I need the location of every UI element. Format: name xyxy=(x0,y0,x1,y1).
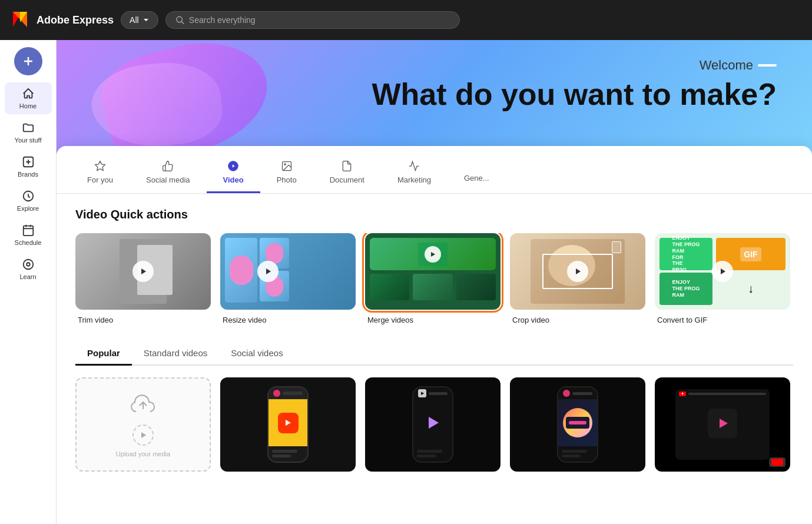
qa-label-convert-gif: Convert to GIF xyxy=(655,316,707,324)
main-content: Welcome What do you want to make? For yo… xyxy=(57,40,812,524)
yt-icon xyxy=(681,392,684,395)
create-button[interactable] xyxy=(14,47,42,75)
qa-thumb-resize-video xyxy=(220,233,356,310)
qa-card-merge-videos[interactable]: Merge videos xyxy=(365,233,501,324)
svg-rect-10 xyxy=(23,226,33,236)
video-icon xyxy=(227,160,239,172)
svg-marker-24 xyxy=(576,268,581,274)
filter-label: All xyxy=(130,15,139,25)
learn-icon xyxy=(22,258,35,271)
hero-welcome: Welcome xyxy=(372,58,777,73)
template-card-1[interactable] xyxy=(220,377,356,472)
svg-point-14 xyxy=(23,260,33,270)
sub-tabs: Popular Standard videos Social videos xyxy=(75,343,793,366)
sidebar-item-explore[interactable]: Explore xyxy=(5,185,52,217)
play-upload-icon xyxy=(138,430,148,440)
explore-icon xyxy=(22,190,35,203)
qa-label-merge-videos: Merge videos xyxy=(365,316,413,324)
svg-line-5 xyxy=(181,22,184,24)
sidebar-label-explore: Explore xyxy=(17,205,39,212)
tiktok-play-icon xyxy=(424,414,442,432)
hero-banner: Welcome What do you want to make? xyxy=(57,40,812,164)
document-icon xyxy=(341,160,353,172)
hero-text-area: Welcome What do you want to make? xyxy=(372,58,777,111)
sidebar-label-brands: Brands xyxy=(18,171,38,178)
svg-marker-21 xyxy=(141,268,146,274)
svg-marker-27 xyxy=(286,420,291,426)
home-icon xyxy=(22,87,35,100)
sidebar-label-home: Home xyxy=(19,102,37,110)
chevron-down-icon xyxy=(142,16,150,24)
sidebar-label-learn: Learn xyxy=(19,273,36,280)
app-title: Adobe Express xyxy=(37,14,114,26)
play-icon-resize xyxy=(257,261,279,282)
sidebar: Home Your stuff Brands Explore xyxy=(0,40,57,524)
quick-actions-title: Video Quick actions xyxy=(75,208,793,221)
tab-photo[interactable]: Photo xyxy=(260,155,313,193)
marketing-icon xyxy=(408,160,420,172)
folder-icon xyxy=(22,121,35,134)
filter-dropdown[interactable]: All xyxy=(121,11,158,29)
sidebar-item-your-stuff[interactable]: Your stuff xyxy=(5,117,52,148)
sub-tab-popular[interactable]: Popular xyxy=(75,343,132,366)
tabs-container: For you Social media Video xyxy=(57,146,812,524)
svg-marker-23 xyxy=(431,252,435,257)
sub-tab-social-videos[interactable]: Social videos xyxy=(219,343,294,366)
qa-card-crop-video[interactable]: Crop video xyxy=(510,233,645,324)
tabs-row: For you Social media Video xyxy=(57,146,812,194)
schedule-icon xyxy=(22,224,35,237)
tab-for-you[interactable]: For you xyxy=(71,155,130,193)
qa-thumb-merge-videos xyxy=(365,233,501,310)
hero-headline: What do you want to make? xyxy=(372,78,777,111)
tab-document[interactable]: Document xyxy=(313,155,381,193)
search-bar[interactable] xyxy=(165,11,460,29)
brands-icon xyxy=(22,155,35,168)
plus-icon xyxy=(21,54,35,68)
search-icon xyxy=(175,15,184,25)
qa-thumb-convert-gif: ENJOYTHE PROGRAMFORTHEPR0G ENJOYTHE PROG… xyxy=(655,233,790,310)
star-icon xyxy=(94,160,106,172)
svg-marker-26 xyxy=(141,432,146,438)
play-icon-trim xyxy=(132,261,154,282)
svg-marker-28 xyxy=(429,417,439,429)
play-icon-crop xyxy=(567,261,588,282)
qa-card-trim-video[interactable]: Trim video xyxy=(75,233,211,324)
svg-marker-30 xyxy=(720,419,728,428)
hero-user-name xyxy=(758,64,777,67)
content-area: Video Quick actions xyxy=(57,194,812,524)
tab-social-media[interactable]: Social media xyxy=(130,155,206,193)
play-icon-gif xyxy=(712,261,733,282)
sidebar-label-your-stuff: Your stuff xyxy=(15,137,42,144)
qa-thumb-crop-video xyxy=(510,233,645,310)
photo-icon xyxy=(281,160,293,172)
search-input[interactable] xyxy=(189,15,450,25)
qa-label-resize-video: Resize video xyxy=(220,316,266,324)
tab-marketing[interactable]: Marketing xyxy=(381,155,448,193)
thumbsup-icon xyxy=(162,160,174,172)
tab-generate[interactable]: Gene... xyxy=(448,157,506,191)
svg-point-15 xyxy=(26,263,30,266)
tab-video[interactable]: Video xyxy=(207,155,260,193)
logo-area: Adobe Express xyxy=(9,9,114,31)
qa-thumb-trim-video xyxy=(75,233,211,310)
svg-point-4 xyxy=(177,16,183,22)
adobe-express-logo xyxy=(9,9,31,31)
qa-card-convert-gif[interactable]: ENJOYTHE PROGRAMFORTHEPR0G ENJOYTHE PROG… xyxy=(655,233,790,324)
qa-card-resize-video[interactable]: Resize video xyxy=(220,233,356,324)
qa-label-crop-video: Crop video xyxy=(510,316,549,324)
quick-actions-list: Trim video xyxy=(75,233,793,324)
sidebar-item-home[interactable]: Home xyxy=(5,82,52,114)
play-merge-main xyxy=(425,246,441,263)
template-card-upload[interactable]: Upload your media xyxy=(75,377,211,472)
sidebar-item-brands[interactable]: Brands xyxy=(5,151,52,183)
svg-marker-29 xyxy=(682,393,684,395)
sub-tab-standard-videos[interactable]: Standard videos xyxy=(132,343,219,366)
template-card-4[interactable] xyxy=(655,377,790,472)
sidebar-item-learn[interactable]: Learn xyxy=(5,253,52,285)
sidebar-item-schedule[interactable]: Schedule xyxy=(5,219,52,251)
svg-point-20 xyxy=(284,164,286,165)
video-play-icon xyxy=(715,416,730,430)
template-grid: Upload your media xyxy=(75,377,793,472)
template-card-3[interactable] xyxy=(510,377,645,472)
template-card-2[interactable]: ▶ xyxy=(365,377,501,472)
